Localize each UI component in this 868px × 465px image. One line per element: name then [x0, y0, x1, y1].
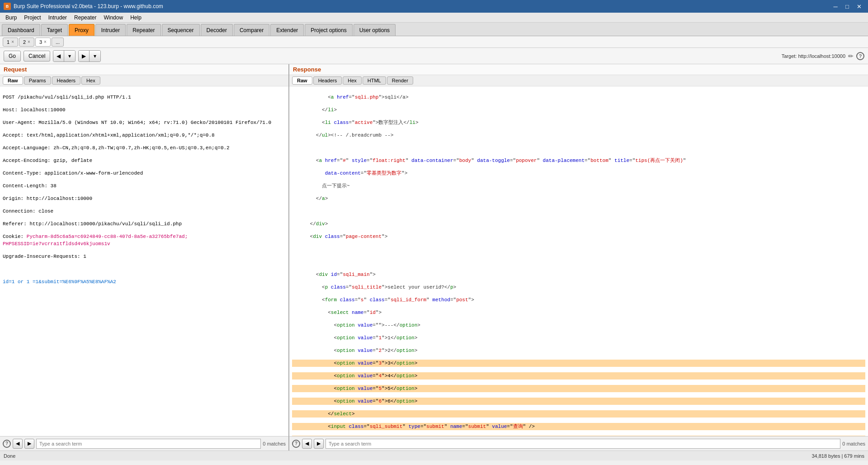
request-tabs: Raw Params Headers Hex: [0, 75, 288, 86]
menu-bar: Burp Project Intruder Repeater Window He…: [0, 13, 868, 23]
menu-repeater[interactable]: Repeater: [71, 13, 100, 23]
cancel-button[interactable]: Cancel: [24, 51, 50, 62]
response-search-help[interactable]: ?: [292, 440, 300, 448]
response-panel: Response Raw Headers Hex HTML Render <a …: [289, 64, 868, 451]
response-tab-render[interactable]: Render: [387, 76, 413, 85]
request-tab-headers[interactable]: Headers: [52, 76, 81, 85]
response-search-count: 0 matches: [842, 441, 865, 446]
tab-dashboard[interactable]: Dashboard: [2, 24, 40, 36]
sub-tab-3[interactable]: 3 ×: [35, 38, 51, 47]
request-content[interactable]: POST /pikachu/vul/sqli/sqli_id.php HTTP/…: [0, 86, 288, 436]
response-tab-hex[interactable]: Hex: [343, 76, 362, 85]
request-tab-params[interactable]: Params: [24, 76, 51, 85]
window-controls: ─ □ ✕: [830, 2, 864, 11]
request-search-count: 0 matches: [263, 441, 286, 446]
window-title: Burp Suite Professional v2.0beta - 123.b…: [14, 3, 163, 9]
main-content: Request Raw Params Headers Hex POST /pik…: [0, 64, 868, 451]
sub-tab-2[interactable]: 2 ×: [19, 38, 34, 47]
tab-decoder[interactable]: Decoder: [201, 24, 233, 36]
tab-target[interactable]: Target: [41, 24, 68, 36]
menu-burp[interactable]: Burp: [2, 13, 20, 23]
response-search-bar: ? ◀ ▶ 0 matches: [289, 436, 868, 451]
tab-repeater[interactable]: Repeater: [127, 24, 160, 36]
request-search-prev[interactable]: ◀: [13, 439, 23, 449]
sub-tab-1[interactable]: 1 ×: [3, 38, 18, 47]
app-icon: B: [4, 3, 11, 10]
minimize-button[interactable]: ─: [830, 2, 841, 11]
edit-icon[interactable]: ✏: [848, 52, 854, 60]
tab-intruder[interactable]: Intruder: [95, 24, 126, 36]
response-tab-html[interactable]: HTML: [363, 76, 386, 85]
request-search-bar: ? ◀ ▶ 0 matches: [0, 436, 288, 451]
menu-intruder[interactable]: Intruder: [45, 13, 71, 23]
request-search-help[interactable]: ?: [3, 440, 11, 448]
request-panel: Request Raw Params Headers Hex POST /pik…: [0, 64, 289, 451]
maximize-button[interactable]: □: [842, 2, 853, 11]
response-title: Response: [289, 64, 868, 75]
menu-help[interactable]: Help: [127, 13, 145, 23]
response-search-next[interactable]: ▶: [314, 439, 324, 449]
tab-extender[interactable]: Extender: [270, 24, 304, 36]
title-bar: B Burp Suite Professional v2.0beta - 123…: [0, 0, 868, 13]
sub-tab-more[interactable]: ...: [52, 38, 64, 47]
menu-project[interactable]: Project: [20, 13, 44, 23]
nav-forward-dropdown[interactable]: ▾: [90, 51, 100, 62]
tab-proxy[interactable]: Proxy: [69, 24, 94, 36]
request-search-next[interactable]: ▶: [24, 439, 34, 449]
main-tab-bar: Dashboard Target Proxy Intruder Repeater…: [0, 23, 868, 36]
tab-user-options[interactable]: User options: [354, 24, 396, 36]
tab-comparer[interactable]: Comparer: [234, 24, 269, 36]
size-text: 34,818 bytes | 679 mins: [811, 453, 864, 459]
status-bar: Done 34,818 bytes | 679 mins: [0, 451, 868, 460]
response-search-input[interactable]: [326, 439, 840, 449]
status-text: Done: [4, 453, 15, 459]
nav-forward-button[interactable]: ▶: [79, 51, 90, 62]
tab-sequencer[interactable]: Sequencer: [162, 24, 200, 36]
menu-window[interactable]: Window: [100, 13, 127, 23]
response-search-prev[interactable]: ◀: [302, 439, 312, 449]
go-button[interactable]: Go: [4, 51, 21, 62]
nav-back-dropdown[interactable]: ▾: [64, 51, 75, 62]
tab-project-options[interactable]: Project options: [305, 24, 352, 36]
toolbar: Go Cancel ◀ ▾ ▶ ▾ Target: http://localho…: [0, 48, 868, 64]
nav-back-button[interactable]: ◀: [53, 51, 64, 62]
nav-group: ◀ ▾: [53, 50, 75, 62]
help-icon[interactable]: ?: [856, 52, 864, 60]
request-search-input[interactable]: [36, 439, 261, 449]
request-tab-raw[interactable]: Raw: [3, 76, 23, 85]
response-tab-headers[interactable]: Headers: [313, 76, 342, 85]
nav-forward-group: ▶ ▾: [78, 50, 101, 62]
close-button[interactable]: ✕: [854, 2, 864, 11]
sub-tab-bar: 1 × 2 × 3 × ...: [0, 36, 868, 48]
request-title: Request: [0, 64, 288, 75]
response-content[interactable]: <a href="sqli.php">sqli</a> </li> <li cl…: [289, 86, 868, 436]
target-label: Target: http://localhost:10000: [782, 53, 845, 59]
response-tab-raw[interactable]: Raw: [292, 76, 312, 85]
request-tab-hex[interactable]: Hex: [81, 76, 100, 85]
response-tabs: Raw Headers Hex HTML Render: [289, 75, 868, 86]
